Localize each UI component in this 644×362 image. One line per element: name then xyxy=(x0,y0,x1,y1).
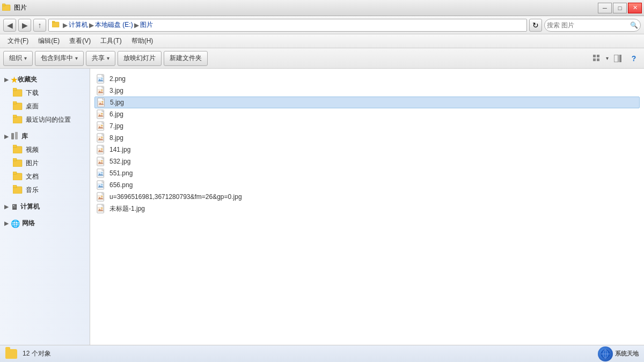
close-button[interactable]: ✕ xyxy=(628,3,642,13)
menu-file[interactable]: 文件(F) xyxy=(3,35,33,47)
watermark-globe xyxy=(598,346,613,361)
sidebar-item-documents[interactable]: 文档 xyxy=(0,170,90,183)
favorites-header[interactable]: ▶ ★ 收藏夹 xyxy=(0,73,90,86)
svg-rect-23 xyxy=(13,172,17,174)
file-item[interactable]: 5.jpg xyxy=(94,97,640,108)
back-button[interactable]: ◀ xyxy=(3,19,16,32)
view-arrow[interactable]: ▾ xyxy=(606,55,609,61)
toolbar-slideshow[interactable]: 放映幻灯片 xyxy=(118,51,162,66)
svg-point-35 xyxy=(101,90,103,91)
status-bar: 12 个对象 系统天地 xyxy=(0,345,644,362)
view-toggle-button[interactable] xyxy=(590,51,604,65)
menu-view[interactable]: 查看(V) xyxy=(65,35,95,47)
sidebar-item-downloads[interactable]: 下载 xyxy=(0,86,90,100)
share-arrow: ▾ xyxy=(107,55,109,61)
file-item[interactable]: 656.png xyxy=(94,179,640,191)
file-item[interactable]: 8.jpg xyxy=(94,132,640,144)
search-icon[interactable]: 🔍 xyxy=(630,21,638,29)
file-item[interactable]: 532.jpg xyxy=(94,156,640,167)
favorites-label: 收藏夹 xyxy=(18,75,37,84)
share-label: 共享 xyxy=(92,54,105,63)
file-thumb xyxy=(97,74,106,84)
file-item[interactable]: 3.jpg xyxy=(94,85,640,97)
sidebar-item-music[interactable]: 音乐 xyxy=(0,183,90,197)
videos-folder-icon xyxy=(13,145,23,155)
preview-pane-button[interactable] xyxy=(611,51,625,65)
svg-point-70 xyxy=(101,172,103,174)
pictures-label: 图片 xyxy=(26,159,39,168)
desktop-label: 桌面 xyxy=(26,102,39,111)
toolbar-share[interactable]: 共享 ▾ xyxy=(86,51,115,66)
menu-tools[interactable]: 工具(T) xyxy=(96,35,126,47)
svg-point-85 xyxy=(101,208,103,209)
computer-header[interactable]: ▶ 🖥 计算机 xyxy=(0,200,90,213)
sidebar-item-videos[interactable]: 视频 xyxy=(0,143,90,157)
search-input[interactable] xyxy=(547,21,630,29)
maximize-button[interactable]: □ xyxy=(613,3,627,13)
path-drive[interactable]: 本地磁盘 (E:) xyxy=(95,20,133,29)
toolbar-include-library[interactable]: 包含到库中 ▾ xyxy=(35,51,84,66)
file-item[interactable]: u=3696516981,3671280793&fm=26&gp=0.jpg xyxy=(94,191,640,203)
svg-point-40 xyxy=(102,101,104,103)
file-list[interactable]: 2.png 3.jpg xyxy=(90,69,644,345)
file-thumb xyxy=(97,192,106,202)
file-thumb xyxy=(97,168,106,178)
file-item[interactable]: 2.png xyxy=(94,73,640,85)
svg-rect-21 xyxy=(13,158,17,161)
file-name: 3.jpg xyxy=(109,87,123,94)
file-thumb xyxy=(97,133,106,143)
file-name: 141.jpg xyxy=(109,146,130,153)
help-button[interactable]: ? xyxy=(627,51,641,65)
file-name: 5.jpg xyxy=(110,99,124,106)
toolbar: 组织 ▾ 包含到库中 ▾ 共享 ▾ 放映幻灯片 新建文件夹 ▾ xyxy=(0,48,644,69)
refresh-button[interactable]: ↻ xyxy=(529,19,542,32)
file-thumb xyxy=(97,204,106,213)
library-header[interactable]: ▶ 库 xyxy=(0,130,90,143)
file-item[interactable]: 7.jpg xyxy=(94,120,640,132)
minimize-button[interactable]: ─ xyxy=(598,3,612,13)
path-separator-3: ▶ xyxy=(134,21,139,29)
file-name: 656.png xyxy=(109,181,133,189)
path-folder[interactable]: 图片 xyxy=(140,20,153,29)
file-item[interactable]: 141.jpg xyxy=(94,144,640,156)
toolbar-organize[interactable]: 组织 ▾ xyxy=(3,51,33,66)
address-path[interactable]: ▶ 计算机 ▶ 本地磁盘 (E:) ▶ 图片 xyxy=(48,19,527,32)
svg-rect-9 xyxy=(619,55,621,62)
sidebar-item-pictures[interactable]: 图片 xyxy=(0,157,90,170)
library-icon xyxy=(11,132,18,141)
watermark-text: 系统天地 xyxy=(615,350,639,358)
file-thumb xyxy=(97,98,107,107)
file-thumb xyxy=(97,145,106,154)
downloads-folder-icon xyxy=(13,88,23,98)
svg-point-30 xyxy=(101,78,103,79)
forward-button[interactable]: ▶ xyxy=(18,19,31,32)
computer-label: 计算机 xyxy=(20,202,40,211)
toolbar-new-folder[interactable]: 新建文件夹 xyxy=(164,51,208,66)
file-icon xyxy=(97,156,106,167)
path-computer[interactable]: 计算机 xyxy=(69,20,88,29)
network-header[interactable]: ▶ 🌐 网络 xyxy=(0,217,90,230)
menu-help[interactable]: 帮助(H) xyxy=(127,35,158,47)
videos-label: 视频 xyxy=(26,145,39,154)
file-name: 8.jpg xyxy=(109,134,123,142)
sidebar: ▶ ★ 收藏夹 下载 桌面 最近访问的位置 xyxy=(0,69,90,345)
path-separator-1: ▶ xyxy=(63,21,68,29)
svg-rect-16 xyxy=(11,133,14,139)
file-item[interactable]: 未标题-1.jpg xyxy=(94,203,640,215)
organize-arrow: ▾ xyxy=(24,55,27,61)
title-controls: ─ □ ✕ xyxy=(598,3,642,13)
sidebar-section-library: ▶ 库 视频 图片 xyxy=(0,130,90,197)
file-thumb xyxy=(97,121,106,131)
sidebar-item-desktop[interactable]: 桌面 xyxy=(0,100,90,113)
up-button[interactable]: ↑ xyxy=(33,19,46,32)
path-icon xyxy=(52,21,62,29)
sidebar-item-recent[interactable]: 最近访问的位置 xyxy=(0,113,90,127)
svg-rect-5 xyxy=(597,55,599,57)
favorites-expand-icon: ▶ xyxy=(4,77,9,83)
file-item[interactable]: 551.png xyxy=(94,167,640,179)
file-item[interactable]: 6.jpg xyxy=(94,108,640,120)
documents-folder-icon xyxy=(13,172,23,182)
svg-point-45 xyxy=(101,113,103,115)
menu-edit[interactable]: 编辑(E) xyxy=(34,35,64,47)
search-box[interactable]: 🔍 xyxy=(544,19,641,32)
